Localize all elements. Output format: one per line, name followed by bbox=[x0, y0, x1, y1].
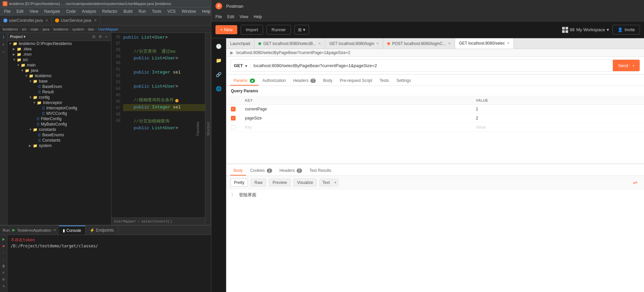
menu-vcs[interactable]: VCS bbox=[165, 8, 179, 14]
code-editor[interactable]: 36 37 38 39 40 41 42 43 44 45 46 47 48 4… bbox=[111, 33, 205, 225]
tree-node-constants[interactable]: ▼ 📁 constants bbox=[7, 127, 111, 132]
req-tab-params[interactable]: Params ● bbox=[230, 76, 258, 86]
pretty-button[interactable]: Pretty bbox=[230, 179, 248, 187]
close-icon[interactable]: ✕ bbox=[376, 42, 379, 45]
req-tab-prerequest[interactable]: Pre-request Script bbox=[336, 76, 376, 86]
clear-button[interactable]: 🗑 bbox=[1, 263, 6, 269]
filter-button[interactable]: ≡ bbox=[1, 270, 6, 275]
tree-node-result[interactable]: C Result bbox=[7, 89, 111, 95]
req-tab-authorization[interactable]: Authorization bbox=[259, 76, 289, 86]
close-icon[interactable]: ✕ bbox=[1, 283, 6, 289]
menu-help[interactable]: Help bbox=[199, 8, 211, 14]
menu-edit[interactable]: Edit bbox=[14, 8, 26, 14]
menu-view[interactable]: View bbox=[27, 8, 41, 14]
sidebar-icon-collections[interactable]: 📁 bbox=[213, 55, 224, 66]
scroll-up-button[interactable]: ↑ bbox=[1, 250, 6, 255]
scroll-down-button[interactable]: ↓ bbox=[1, 256, 6, 262]
menu-analyze[interactable]: Analyze bbox=[79, 8, 99, 14]
ide-tab-usercontroller[interactable]: userController.java ✕ bbox=[0, 15, 52, 25]
menu-navigate[interactable]: Navigate bbox=[42, 8, 63, 14]
close-icon[interactable]: ✕ bbox=[318, 42, 321, 45]
new-button[interactable]: + New bbox=[215, 25, 237, 34]
menu-window[interactable]: Window bbox=[179, 8, 199, 14]
resp-tab-body[interactable]: Body bbox=[230, 166, 246, 176]
endpoints-tab[interactable]: ⚡ Endpoints bbox=[86, 226, 118, 235]
sidebar-icon-apis[interactable]: 🔗 bbox=[213, 69, 224, 80]
tree-node-baseenum[interactable]: C BaseEnum bbox=[7, 84, 111, 89]
structure-label[interactable]: Structure bbox=[206, 122, 210, 136]
checkbox-empty[interactable] bbox=[231, 125, 236, 130]
close-icon[interactable]: ✕ bbox=[448, 42, 451, 45]
menu-file[interactable]: File bbox=[1, 8, 13, 14]
menu-tools[interactable]: Tools bbox=[149, 8, 164, 14]
pm-menu-file[interactable]: File bbox=[215, 14, 222, 19]
resp-tab-cookies[interactable]: Cookies 1 bbox=[247, 166, 275, 176]
favorites-icon[interactable]: ☆ bbox=[1, 49, 6, 54]
pm-tab-launchpad[interactable]: Launchpad bbox=[226, 38, 254, 49]
checkbox-currentpage[interactable]: ✓ bbox=[231, 107, 236, 111]
close-icon[interactable]: ✕ bbox=[53, 228, 56, 232]
invite-button[interactable]: 👤 Invite bbox=[612, 25, 640, 35]
visualize-button[interactable]: Visualize bbox=[293, 179, 317, 187]
tree-node-testdemo2[interactable]: ▼ 📁 testdemo bbox=[7, 73, 111, 79]
pm-tab-login[interactable]: GET localhost:8080/login ✕ bbox=[325, 38, 383, 49]
resp-tab-testresults[interactable]: Test Results bbox=[306, 166, 335, 176]
tree-node-main[interactable]: ▼ 📁 main bbox=[7, 62, 111, 68]
workspace-button[interactable]: 88 My Workspace ▾ bbox=[562, 27, 609, 33]
http-method-selector[interactable]: GET ▾ bbox=[231, 63, 251, 68]
tree-node-mybatisconfig[interactable]: C MyBatisConfig bbox=[7, 121, 111, 127]
tree-node-mvn[interactable]: ▶ 📁 .mvn bbox=[7, 52, 111, 57]
pm-tab-selectb[interactable]: GET localhost:8080/selectB... ✕ bbox=[254, 38, 325, 49]
close-icon[interactable]: × bbox=[104, 34, 108, 39]
console-tab[interactable]: ▮ Console bbox=[59, 226, 86, 235]
param-checkbox-cell[interactable]: ✓ bbox=[226, 114, 240, 123]
tree-node-mvcconfig[interactable]: C MVCConfig bbox=[7, 111, 111, 116]
menu-code[interactable]: Code bbox=[63, 8, 79, 14]
req-tab-headers[interactable]: Headers 7 bbox=[290, 76, 319, 86]
close-icon[interactable]: ✕ bbox=[507, 41, 509, 45]
checkbox-pagesize[interactable]: ✓ bbox=[231, 116, 236, 120]
menu-run[interactable]: Run bbox=[136, 8, 149, 14]
close-icon[interactable]: ✕ bbox=[94, 18, 97, 22]
structure-icon[interactable]: ≡ bbox=[1, 42, 6, 47]
layout-button[interactable]: ⊞ ▾ bbox=[294, 25, 309, 35]
project-icon[interactable]: 1 bbox=[1, 34, 6, 40]
import-button[interactable]: Import bbox=[241, 25, 263, 35]
close-icon[interactable]: ✕ bbox=[45, 18, 48, 22]
settings-icon[interactable]: ⚙ bbox=[98, 34, 103, 39]
url-input[interactable] bbox=[251, 63, 612, 68]
send-dropdown-icon[interactable]: ▾ bbox=[630, 64, 634, 67]
pm-tab-loginc[interactable]: POST localhost:8080/loginC... ✕ bbox=[383, 38, 455, 49]
collapse-all-button[interactable]: ⊟ bbox=[91, 34, 96, 39]
tree-node-interceptor[interactable]: ▼ 📁 Interceptor bbox=[7, 100, 111, 105]
pm-menu-help[interactable]: Help bbox=[254, 14, 262, 19]
tree-node-interceptorconfig[interactable]: C InterceptorConfig bbox=[7, 105, 111, 111]
chevron-down-icon[interactable]: ▾ bbox=[333, 179, 338, 186]
sidebar-icon-history[interactable]: 🕐 bbox=[213, 41, 224, 52]
favorites-label[interactable]: Favorites bbox=[196, 122, 200, 136]
tree-node-constants2[interactable]: C Constants bbox=[7, 138, 111, 143]
resp-tab-headers[interactable]: Headers 5 bbox=[276, 166, 305, 176]
param-checkbox-cell[interactable] bbox=[226, 123, 240, 132]
format-selector[interactable]: Text ▾ bbox=[319, 179, 339, 187]
restart-button[interactable]: ▶ bbox=[1, 236, 6, 242]
pm-menu-view[interactable]: View bbox=[240, 14, 248, 19]
tree-node-filterconfig[interactable]: C FilterConfig bbox=[7, 116, 111, 121]
param-checkbox-cell[interactable]: ✓ bbox=[226, 105, 240, 114]
menu-build[interactable]: Build bbox=[121, 8, 135, 14]
tree-node-src[interactable]: ▼ 📁 src bbox=[7, 57, 111, 62]
req-tab-settings[interactable]: Settings bbox=[393, 76, 414, 86]
preview-button[interactable]: Preview bbox=[269, 179, 291, 187]
req-tab-body[interactable]: Body bbox=[320, 76, 336, 86]
runner-button[interactable]: Runner bbox=[266, 25, 291, 35]
ide-tab-userservice[interactable]: UserService.java ✕ bbox=[52, 15, 100, 25]
menu-refactor[interactable]: Refactor bbox=[100, 8, 120, 14]
tree-node-config[interactable]: ▼ 📁 config bbox=[7, 95, 111, 100]
tree-node-java[interactable]: ▼ 📁 java bbox=[7, 68, 111, 73]
pm-tab-selec-active[interactable]: GET localhost:8080/selec ✕ bbox=[455, 38, 514, 49]
raw-button[interactable]: Raw bbox=[251, 179, 266, 187]
req-tab-tests[interactable]: Tests bbox=[376, 76, 392, 86]
settings-icon[interactable]: ⚙ bbox=[1, 277, 6, 282]
pm-menu-edit[interactable]: Edit bbox=[227, 14, 234, 19]
stop-button[interactable]: ■ bbox=[1, 243, 6, 248]
